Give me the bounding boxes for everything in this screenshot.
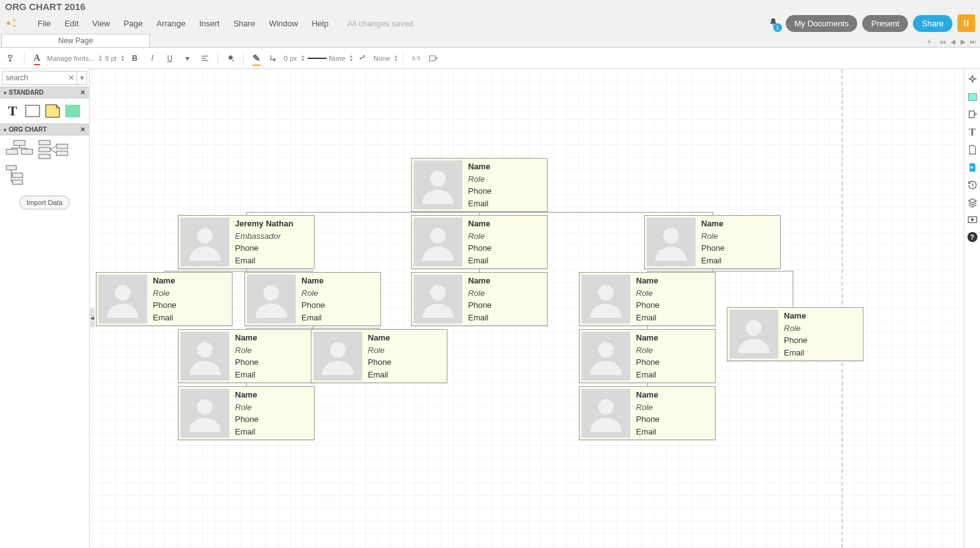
card-email: Email <box>468 256 492 265</box>
add-page-button[interactable]: + <box>925 37 934 46</box>
shape-text[interactable]: T <box>4 102 21 120</box>
connector-line[interactable] <box>246 328 379 329</box>
org-card[interactable]: NameRolePhoneEmail <box>411 215 548 269</box>
card-name: Name <box>468 276 492 285</box>
menu-help[interactable]: Help <box>305 16 335 31</box>
search-input[interactable] <box>3 71 66 84</box>
org-card[interactable]: NameRolePhoneEmail <box>579 272 716 326</box>
menu-insert[interactable]: Insert <box>193 16 226 31</box>
page-settings-icon[interactable] <box>967 109 978 120</box>
card-phone: Phone <box>468 300 492 310</box>
avatar <box>313 332 362 381</box>
menu-edit[interactable]: Edit <box>58 16 85 31</box>
menu-arrange[interactable]: Arrange <box>150 16 192 31</box>
upgrade-icon[interactable] <box>957 14 975 32</box>
org-card[interactable]: Jeremy NathanEmbassadorPhoneEmail <box>178 215 315 269</box>
org-card[interactable]: NameRolePhoneEmail <box>411 272 548 326</box>
menu-share[interactable]: Share <box>227 16 261 31</box>
card-name: Name <box>301 276 325 285</box>
line-dash-select[interactable]: None▲▼ <box>329 51 353 66</box>
arrow-style-select[interactable]: None▲▼ <box>373 51 398 66</box>
ai-icon[interactable] <box>967 74 978 85</box>
close-icon[interactable]: ✕ <box>80 89 85 96</box>
org-card[interactable]: NameRolePhoneEmail <box>311 329 447 383</box>
card-role: Role <box>301 288 325 298</box>
panel-orgchart-header[interactable]: ▾ORG CHART✕ <box>0 124 89 135</box>
link-icon[interactable] <box>409 51 424 66</box>
shape-orgchart-2[interactable] <box>38 139 69 162</box>
nav-first-icon[interactable]: ⏮ <box>939 37 947 46</box>
connector-line[interactable] <box>793 271 793 307</box>
shape-orgchart-3[interactable] <box>4 164 35 187</box>
org-card[interactable]: NameRolePhoneEmail <box>727 307 863 361</box>
add-field-icon[interactable] <box>426 51 441 66</box>
more-text-icon[interactable]: ▾ <box>180 51 195 66</box>
import-data-button[interactable]: Import Data <box>19 196 69 209</box>
shape-hotspot[interactable] <box>64 102 81 120</box>
shape-rect[interactable] <box>24 102 41 120</box>
right-rail: T ? <box>964 69 980 548</box>
page-tab[interactable]: New Page <box>1 34 150 47</box>
org-card[interactable]: NameRolePhoneEmail <box>579 386 716 440</box>
org-card[interactable]: NameRolePhoneEmail <box>178 329 315 383</box>
nav-next-icon[interactable]: ▶ <box>959 37 967 46</box>
italic-icon[interactable]: I <box>145 51 160 66</box>
menu-window[interactable]: Window <box>263 16 304 31</box>
card-phone: Phone <box>636 357 660 367</box>
shape-note[interactable] <box>44 102 61 120</box>
line-style-sample[interactable] <box>308 51 326 66</box>
format-toolbar: A Manage fonts...▲▼ 8 pt▲▼ B I U ▾ ✎ 0 p… <box>0 48 980 69</box>
org-card[interactable]: NameRolePhoneEmail <box>178 386 315 440</box>
line-width-select[interactable]: 0 px▲▼ <box>284 51 305 66</box>
text-color-icon[interactable]: A <box>29 51 44 66</box>
history-icon[interactable] <box>967 179 978 191</box>
paint-format-icon[interactable] <box>4 51 19 66</box>
canvas[interactable]: ◀ NameRolePhoneEmailJeremy NathanEmbassa… <box>90 69 964 548</box>
text-tool-icon[interactable]: T <box>967 127 978 138</box>
card-email: Email <box>701 256 725 265</box>
help-icon[interactable]: ? <box>967 232 977 242</box>
menu-page[interactable]: Page <box>117 16 149 31</box>
connector-line[interactable] <box>246 212 712 213</box>
theme-icon[interactable] <box>967 92 978 103</box>
present-icon[interactable] <box>967 214 978 226</box>
font-family-select[interactable]: Manage fonts...▲▼ <box>47 51 103 66</box>
search-dropdown-icon[interactable]: ▾ <box>76 71 86 84</box>
connector-line[interactable] <box>647 271 793 271</box>
line-color-icon[interactable]: ✎ <box>249 51 264 66</box>
share-button[interactable]: Share <box>913 15 952 32</box>
menu-view[interactable]: View <box>86 16 116 31</box>
image-icon[interactable] <box>967 162 978 173</box>
org-card[interactable]: NameRolePhoneEmail <box>644 215 781 269</box>
page-icon[interactable] <box>967 144 978 155</box>
menu-file[interactable]: File <box>31 16 57 31</box>
my-documents-button[interactable]: My Documents <box>786 15 858 32</box>
align-icon[interactable] <box>197 51 212 66</box>
fill-color-icon[interactable] <box>223 51 238 66</box>
search-clear-icon[interactable]: ✕ <box>66 71 76 84</box>
connector-line[interactable] <box>164 271 313 271</box>
nav-prev-icon[interactable]: ◀ <box>949 37 957 46</box>
org-card[interactable]: NameRolePhoneEmail <box>96 272 232 326</box>
layers-icon[interactable] <box>967 197 978 208</box>
close-icon[interactable]: ✕ <box>80 126 85 133</box>
line-routing-icon[interactable] <box>356 51 371 66</box>
bold-icon[interactable]: B <box>127 51 142 66</box>
card-phone: Phone <box>235 243 293 253</box>
org-card[interactable]: NameRolePhoneEmail <box>411 158 548 212</box>
line-corner-icon[interactable] <box>266 51 281 66</box>
present-button[interactable]: Present <box>862 15 908 32</box>
card-name: Name <box>636 390 660 399</box>
underline-icon[interactable]: U <box>162 51 177 66</box>
card-phone: Phone <box>301 300 325 310</box>
svg-point-39 <box>598 285 614 301</box>
shape-orgchart-1[interactable] <box>4 139 35 162</box>
panel-standard-header[interactable]: ▾STANDARD✕ <box>0 87 89 98</box>
app-logo[interactable] <box>5 16 19 30</box>
font-size-select[interactable]: 8 pt▲▼ <box>105 51 125 66</box>
notifications-icon[interactable]: 1 <box>768 18 778 29</box>
nav-last-icon[interactable]: ⏭ <box>969 37 977 46</box>
org-card[interactable]: NameRolePhoneEmail <box>579 329 716 383</box>
avatar <box>180 218 229 266</box>
org-card[interactable]: NameRolePhoneEmail <box>244 272 381 326</box>
